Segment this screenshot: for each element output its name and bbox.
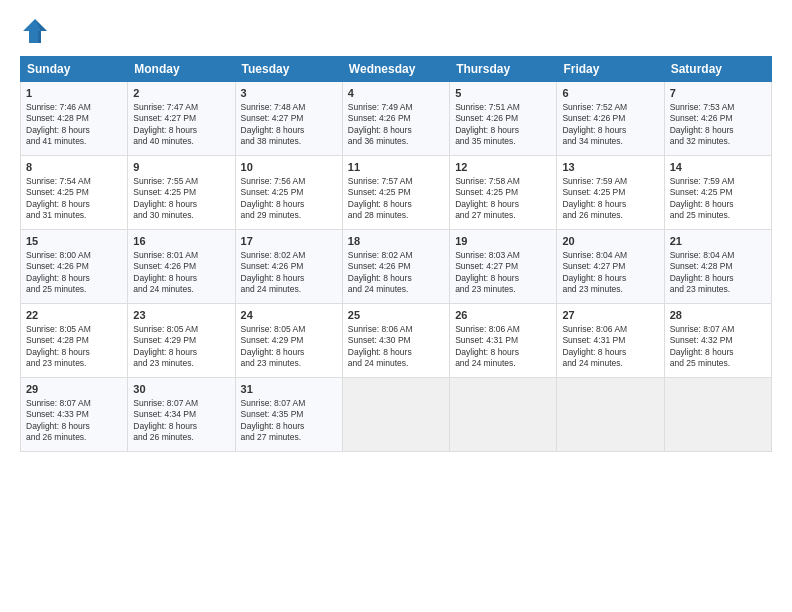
day-number: 5 bbox=[455, 86, 551, 101]
calendar-cell: 12 Sunrise: 7:58 AM Sunset: 4:25 PM Dayl… bbox=[450, 156, 557, 230]
sunrise-label: Sunrise: bbox=[26, 176, 60, 186]
day-number: 10 bbox=[241, 160, 337, 175]
sunrise-value: 7:52 AM bbox=[596, 102, 627, 112]
calendar-cell: 9 Sunrise: 7:55 AM Sunset: 4:25 PM Dayli… bbox=[128, 156, 235, 230]
calendar-cell: 23 Sunrise: 8:05 AM Sunset: 4:29 PM Dayl… bbox=[128, 304, 235, 378]
sunset-label: Sunset: bbox=[348, 335, 379, 345]
sunrise-label: Sunrise: bbox=[348, 102, 382, 112]
daylight-label: Daylight: 8 hours bbox=[241, 347, 305, 357]
calendar-week-row: 15 Sunrise: 8:00 AM Sunset: 4:26 PM Dayl… bbox=[21, 230, 772, 304]
col-header-monday: Monday bbox=[128, 57, 235, 82]
sunset-label: Sunset: bbox=[348, 113, 379, 123]
calendar-cell: 4 Sunrise: 7:49 AM Sunset: 4:26 PM Dayli… bbox=[342, 82, 449, 156]
col-header-sunday: Sunday bbox=[21, 57, 128, 82]
sunrise-value: 7:48 AM bbox=[274, 102, 305, 112]
sunset-label: Sunset: bbox=[455, 113, 486, 123]
calendar-cell: 21 Sunrise: 8:04 AM Sunset: 4:28 PM Dayl… bbox=[664, 230, 771, 304]
calendar-cell: 26 Sunrise: 8:06 AM Sunset: 4:31 PM Dayl… bbox=[450, 304, 557, 378]
cell-content: Sunrise: 7:55 AM Sunset: 4:25 PM Dayligh… bbox=[133, 176, 229, 222]
sunset-label: Sunset: bbox=[562, 187, 593, 197]
sunset-value: 4:26 PM bbox=[594, 113, 626, 123]
sunrise-label: Sunrise: bbox=[348, 176, 382, 186]
sunrise-label: Sunrise: bbox=[133, 250, 167, 260]
daylight-label: Daylight: 8 hours bbox=[455, 125, 519, 135]
day-number: 23 bbox=[133, 308, 229, 323]
calendar-cell: 25 Sunrise: 8:06 AM Sunset: 4:30 PM Dayl… bbox=[342, 304, 449, 378]
sunrise-label: Sunrise: bbox=[455, 102, 489, 112]
day-number: 31 bbox=[241, 382, 337, 397]
cell-content: Sunrise: 7:51 AM Sunset: 4:26 PM Dayligh… bbox=[455, 102, 551, 148]
sunset-label: Sunset: bbox=[670, 335, 701, 345]
sunset-value: 4:25 PM bbox=[379, 187, 411, 197]
sunrise-label: Sunrise: bbox=[241, 398, 275, 408]
daylight-minutes: and 23 minutes. bbox=[670, 284, 730, 294]
sunset-value: 4:25 PM bbox=[272, 187, 304, 197]
sunset-label: Sunset: bbox=[241, 113, 272, 123]
sunrise-label: Sunrise: bbox=[455, 176, 489, 186]
sunset-value: 4:26 PM bbox=[701, 113, 733, 123]
sunrise-label: Sunrise: bbox=[133, 398, 167, 408]
daylight-minutes: and 26 minutes. bbox=[26, 432, 86, 442]
sunset-label: Sunset: bbox=[562, 113, 593, 123]
sunset-label: Sunset: bbox=[26, 261, 57, 271]
sunrise-value: 7:55 AM bbox=[167, 176, 198, 186]
sunrise-value: 8:06 AM bbox=[596, 324, 627, 334]
sunset-label: Sunset: bbox=[348, 187, 379, 197]
calendar-header-row: SundayMondayTuesdayWednesdayThursdayFrid… bbox=[21, 57, 772, 82]
calendar-cell: 2 Sunrise: 7:47 AM Sunset: 4:27 PM Dayli… bbox=[128, 82, 235, 156]
daylight-minutes: and 28 minutes. bbox=[348, 210, 408, 220]
daylight-label: Daylight: 8 hours bbox=[455, 199, 519, 209]
sunrise-label: Sunrise: bbox=[133, 102, 167, 112]
daylight-minutes: and 25 minutes. bbox=[26, 284, 86, 294]
day-number: 1 bbox=[26, 86, 122, 101]
calendar-week-row: 22 Sunrise: 8:05 AM Sunset: 4:28 PM Dayl… bbox=[21, 304, 772, 378]
daylight-minutes: and 23 minutes. bbox=[562, 284, 622, 294]
sunrise-label: Sunrise: bbox=[455, 250, 489, 260]
daylight-label: Daylight: 8 hours bbox=[562, 199, 626, 209]
sunset-value: 4:26 PM bbox=[379, 113, 411, 123]
sunrise-value: 8:05 AM bbox=[60, 324, 91, 334]
sunset-value: 4:31 PM bbox=[594, 335, 626, 345]
daylight-minutes: and 23 minutes. bbox=[241, 358, 301, 368]
daylight-label: Daylight: 8 hours bbox=[133, 347, 197, 357]
day-number: 24 bbox=[241, 308, 337, 323]
daylight-label: Daylight: 8 hours bbox=[26, 273, 90, 283]
daylight-minutes: and 35 minutes. bbox=[455, 136, 515, 146]
sunrise-value: 7:56 AM bbox=[274, 176, 305, 186]
daylight-minutes: and 24 minutes. bbox=[241, 284, 301, 294]
daylight-minutes: and 24 minutes. bbox=[348, 284, 408, 294]
daylight-minutes: and 26 minutes. bbox=[133, 432, 193, 442]
sunset-value: 4:27 PM bbox=[486, 261, 518, 271]
sunrise-label: Sunrise: bbox=[562, 324, 596, 334]
sunset-value: 4:25 PM bbox=[57, 187, 89, 197]
sunrise-value: 7:58 AM bbox=[489, 176, 520, 186]
day-number: 27 bbox=[562, 308, 658, 323]
daylight-minutes: and 24 minutes. bbox=[133, 284, 193, 294]
sunrise-label: Sunrise: bbox=[455, 324, 489, 334]
calendar-cell: 5 Sunrise: 7:51 AM Sunset: 4:26 PM Dayli… bbox=[450, 82, 557, 156]
calendar-cell: 24 Sunrise: 8:05 AM Sunset: 4:29 PM Dayl… bbox=[235, 304, 342, 378]
daylight-minutes: and 25 minutes. bbox=[670, 358, 730, 368]
daylight-label: Daylight: 8 hours bbox=[133, 421, 197, 431]
sunrise-value: 8:04 AM bbox=[596, 250, 627, 260]
calendar-cell bbox=[342, 378, 449, 452]
day-number: 16 bbox=[133, 234, 229, 249]
daylight-label: Daylight: 8 hours bbox=[670, 125, 734, 135]
sunrise-value: 8:07 AM bbox=[703, 324, 734, 334]
day-number: 21 bbox=[670, 234, 766, 249]
cell-content: Sunrise: 8:02 AM Sunset: 4:26 PM Dayligh… bbox=[348, 250, 444, 296]
daylight-label: Daylight: 8 hours bbox=[241, 199, 305, 209]
cell-content: Sunrise: 7:54 AM Sunset: 4:25 PM Dayligh… bbox=[26, 176, 122, 222]
cell-content: Sunrise: 7:57 AM Sunset: 4:25 PM Dayligh… bbox=[348, 176, 444, 222]
day-number: 30 bbox=[133, 382, 229, 397]
calendar-cell: 18 Sunrise: 8:02 AM Sunset: 4:26 PM Dayl… bbox=[342, 230, 449, 304]
sunset-value: 4:25 PM bbox=[701, 187, 733, 197]
daylight-minutes: and 23 minutes. bbox=[133, 358, 193, 368]
sunrise-label: Sunrise: bbox=[26, 250, 60, 260]
sunset-label: Sunset: bbox=[241, 187, 272, 197]
daylight-minutes: and 27 minutes. bbox=[241, 432, 301, 442]
daylight-label: Daylight: 8 hours bbox=[562, 125, 626, 135]
sunrise-value: 7:49 AM bbox=[381, 102, 412, 112]
calendar-cell: 8 Sunrise: 7:54 AM Sunset: 4:25 PM Dayli… bbox=[21, 156, 128, 230]
day-number: 19 bbox=[455, 234, 551, 249]
